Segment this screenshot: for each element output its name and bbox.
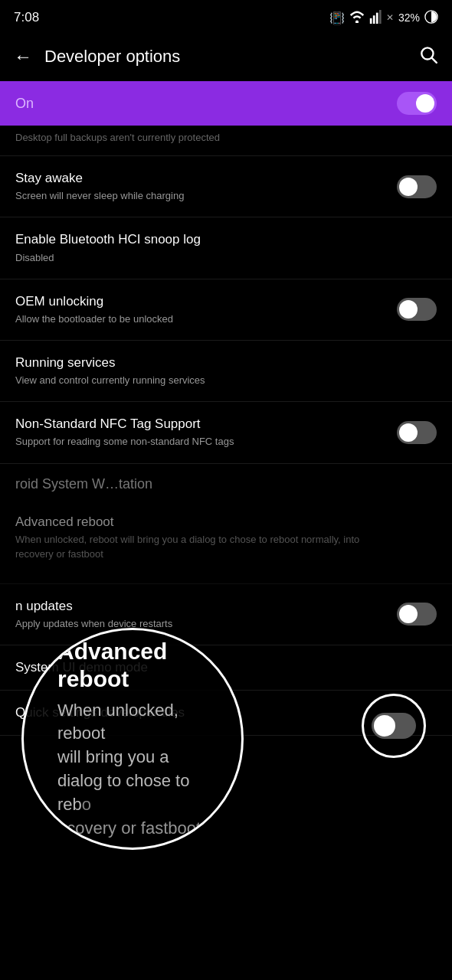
setting-title-advanced-reboot: Advanced reboot <box>15 514 385 531</box>
setting-title-oem-unlocking: OEM unlocking <box>15 293 385 310</box>
setting-item-advanced-reboot[interactable]: Advanced reboot When unlocked, reboot wi… <box>0 492 452 584</box>
setting-subtitle-bluetooth-hci: Disabled <box>15 251 424 265</box>
toggle-oem-unlocking[interactable] <box>397 298 437 321</box>
toggle-knob-stay-awake <box>399 178 418 196</box>
header: ← Developer options <box>0 32 452 81</box>
setting-title-running-services: Running services <box>15 354 424 371</box>
setting-subtitle-auto-updates: Apply updates when device restarts <box>15 617 385 631</box>
svg-rect-1 <box>370 18 372 23</box>
toggle-stay-awake[interactable] <box>397 175 437 198</box>
setting-text-oem-unlocking: OEM unlocking Allow the bootloader to be… <box>15 293 397 326</box>
toggle-circle-overlay <box>362 694 426 758</box>
setting-item-nfc-tag[interactable]: Non-Standard NFC Tag Support Support for… <box>0 402 452 463</box>
partial-top-subtitle: Desktop full backups aren't currently pr… <box>15 132 220 143</box>
page-title: Developer options <box>44 47 406 67</box>
setting-title-bluetooth-hci: Enable Bluetooth HCI snoop log <box>15 231 424 248</box>
back-button[interactable]: ← <box>14 46 32 67</box>
toggle-auto-updates[interactable] <box>397 603 437 626</box>
setting-text-bluetooth-hci: Enable Bluetooth HCI snoop log Disabled <box>15 231 437 264</box>
no-signal-icon: ✕ <box>386 12 394 23</box>
toggle-knob <box>416 94 434 113</box>
signal-icon <box>369 10 382 26</box>
magnify-overlay: Advanced reboot When unlocked, rebootwil… <box>21 628 244 850</box>
setting-text-advanced-reboot: Advanced reboot When unlocked, reboot wi… <box>15 514 397 560</box>
developer-options-toggle[interactable] <box>397 92 437 115</box>
svg-point-0 <box>355 20 359 22</box>
setting-text-running-services: Running services View and control curren… <box>15 354 437 387</box>
status-icons: 📳 ✕ 32% <box>329 10 438 26</box>
svg-rect-2 <box>373 15 375 24</box>
setting-title-nfc-tag: Non-Standard NFC Tag Support <box>15 416 385 433</box>
svg-line-7 <box>432 58 437 63</box>
setting-item-stay-awake[interactable]: Stay awake Screen will never sleep while… <box>0 156 452 217</box>
magnify-title: Advanced reboot <box>57 638 217 693</box>
setting-item-running-services[interactable]: Running services View and control curren… <box>0 341 452 402</box>
setting-item-oem-unlocking[interactable]: OEM unlocking Allow the bootloader to be… <box>0 279 452 341</box>
setting-item-bluetooth-hci[interactable]: Enable Bluetooth HCI snoop log Disabled <box>0 217 452 279</box>
setting-subtitle-running-services: View and control currently running servi… <box>15 374 424 387</box>
battery-percent: 32% <box>398 11 420 24</box>
wifi-icon <box>349 11 365 25</box>
magnify-text: When unlocked, rebootwill bring you adia… <box>57 699 217 841</box>
setting-text-nfc-tag: Non-Standard NFC Tag Support Support for… <box>15 416 397 449</box>
partial-android-system: roid System W…tation <box>0 464 452 492</box>
partial-top-item: Desktop full backups aren't currently pr… <box>0 126 452 156</box>
search-button[interactable] <box>418 44 438 69</box>
setting-subtitle-nfc-tag: Support for reading some non-standard NF… <box>15 435 385 449</box>
toggle-knob-oem-unlocking <box>399 300 418 318</box>
setting-item-auto-updates[interactable]: n updates Apply updates when device rest… <box>0 584 452 645</box>
setting-title-stay-awake: Stay awake <box>15 170 385 187</box>
battery-icon <box>424 10 438 26</box>
setting-subtitle-oem-unlocking: Allow the bootloader to be unlocked <box>15 312 385 326</box>
toggle-knob-auto-updates <box>399 605 418 623</box>
setting-title-auto-updates: n updates <box>15 598 385 615</box>
toggle-nfc-tag[interactable] <box>397 421 437 444</box>
status-time: 7:08 <box>14 10 39 25</box>
svg-rect-3 <box>376 12 378 23</box>
setting-subtitle-stay-awake: Screen will never sleep while charging <box>15 189 385 203</box>
setting-subtitle-advanced-reboot: When unlocked, reboot will bring you a d… <box>15 533 385 560</box>
partial-android-text: roid System W…tation <box>15 476 152 492</box>
vibrate-icon: 📳 <box>329 11 345 25</box>
toggle-knob-nfc-tag <box>399 423 418 442</box>
developer-options-toggle-banner[interactable]: On <box>0 81 452 126</box>
toggle-advanced-reboot-magnified[interactable] <box>372 713 416 739</box>
status-bar: 7:08 📳 ✕ <box>0 0 452 32</box>
setting-text-stay-awake: Stay awake Screen will never sleep while… <box>15 170 397 203</box>
svg-rect-4 <box>379 10 382 24</box>
setting-text-auto-updates: n updates Apply updates when device rest… <box>15 598 397 631</box>
on-banner-label: On <box>15 96 34 112</box>
